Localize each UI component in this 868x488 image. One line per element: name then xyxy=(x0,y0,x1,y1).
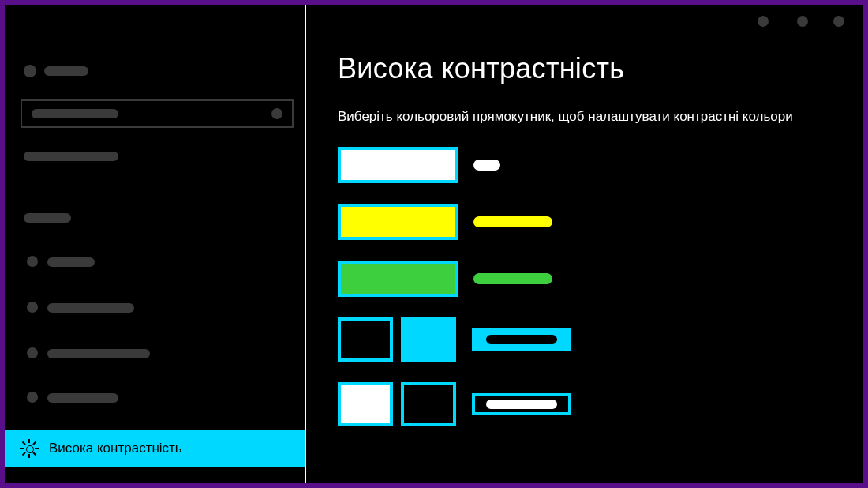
color-row-button xyxy=(338,382,832,426)
color-swatch-button-bg[interactable] xyxy=(401,382,456,426)
nav-item[interactable] xyxy=(47,393,118,403)
nav-item-icon xyxy=(27,347,38,358)
window-control-icon[interactable] xyxy=(833,16,844,27)
nav-item[interactable] xyxy=(47,349,150,358)
search-icon xyxy=(271,108,282,119)
color-row-disabled xyxy=(338,261,832,297)
color-swatch-button-text[interactable] xyxy=(338,382,393,426)
color-swatch-text[interactable] xyxy=(338,147,458,183)
search-input[interactable] xyxy=(21,99,294,128)
color-label-chip xyxy=(472,328,571,351)
sidebar-item-high-contrast[interactable]: Висока контрастність xyxy=(5,430,305,467)
color-row-text xyxy=(338,147,832,183)
search-placeholder xyxy=(32,109,118,118)
color-swatch-selected-text[interactable] xyxy=(338,317,393,362)
sidebar: Висока контрастність xyxy=(5,5,306,483)
color-row-hyperlink xyxy=(338,204,832,240)
nav-item-icon xyxy=(27,392,38,403)
color-swatch-selected-bg[interactable] xyxy=(401,317,456,362)
color-swatch-hyperlink[interactable] xyxy=(338,204,458,240)
color-label-chip xyxy=(472,393,571,415)
sidebar-group-header xyxy=(24,152,118,161)
avatar xyxy=(24,65,36,77)
account-name-placeholder xyxy=(44,66,88,76)
sidebar-item-label: Висока контрастність xyxy=(49,441,182,456)
color-swatch-disabled[interactable] xyxy=(338,261,458,297)
sidebar-section-label xyxy=(24,213,71,223)
color-label xyxy=(473,216,552,227)
window-control-icon[interactable] xyxy=(797,16,808,27)
nav-item[interactable] xyxy=(47,257,95,267)
page-subtitle: Виберіть кольоровий прямокутник, щоб нал… xyxy=(338,109,832,125)
color-label xyxy=(473,160,500,171)
nav-item[interactable] xyxy=(47,303,134,313)
nav-item-icon xyxy=(27,302,38,313)
page-title: Висока контрастність xyxy=(338,52,832,85)
brightness-icon xyxy=(21,440,38,457)
nav-item-icon xyxy=(27,256,38,267)
window-control-icon[interactable] xyxy=(758,16,769,27)
color-label xyxy=(473,273,552,284)
settings-window: Висока контрастність Висока контрастніст… xyxy=(5,5,863,483)
color-row-selected xyxy=(338,317,832,362)
main-panel: Висока контрастність Виберіть кольоровий… xyxy=(306,5,863,483)
